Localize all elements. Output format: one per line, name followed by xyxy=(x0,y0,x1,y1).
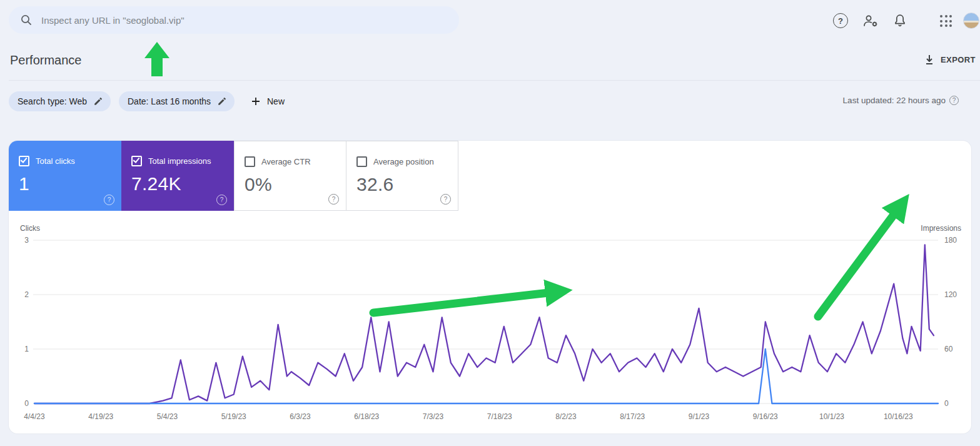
search-type-chip-label: Search type: Web xyxy=(18,96,87,106)
help-icon[interactable]: ? xyxy=(833,13,848,28)
svg-text:9/1/23: 9/1/23 xyxy=(689,412,710,421)
checkbox-checked-icon[interactable] xyxy=(19,156,29,166)
performance-chart[interactable]: 3180212016000ClicksImpressions4/4/234/19… xyxy=(9,222,971,432)
svg-text:180: 180 xyxy=(944,236,957,245)
checkbox-unchecked-icon[interactable] xyxy=(245,156,255,167)
svg-text:1: 1 xyxy=(24,345,29,353)
svg-text:Impressions: Impressions xyxy=(921,224,961,233)
help-icon[interactable]: ? xyxy=(104,195,114,205)
new-filter-label: New xyxy=(267,96,285,106)
metric-card-total-impressions[interactable]: Total impressions 7.24K ? xyxy=(121,141,234,211)
metric-value: 7.24K xyxy=(131,173,225,195)
svg-text:4/19/23: 4/19/23 xyxy=(88,412,113,421)
last-updated-text: Last updated: 22 hours ago xyxy=(843,96,946,105)
last-updated: Last updated: 22 hours ago ? xyxy=(843,96,959,105)
svg-text:10/1/23: 10/1/23 xyxy=(819,412,844,421)
metric-label: Total impressions xyxy=(148,156,211,166)
metric-label: Total clicks xyxy=(36,156,75,166)
svg-text:5/4/23: 5/4/23 xyxy=(157,412,178,421)
header-divider xyxy=(9,80,980,81)
page-title: Performance xyxy=(10,53,82,68)
svg-text:8/2/23: 8/2/23 xyxy=(555,412,577,421)
edit-pencil-icon xyxy=(93,96,103,106)
help-icon[interactable]: ? xyxy=(328,194,339,205)
svg-text:7/3/23: 7/3/23 xyxy=(423,412,444,421)
svg-text:3: 3 xyxy=(24,236,29,245)
metric-card-total-clicks[interactable]: Total clicks 1 ? xyxy=(9,141,121,211)
svg-text:9/16/23: 9/16/23 xyxy=(753,412,778,421)
checkbox-checked-icon[interactable] xyxy=(131,156,142,166)
svg-text:8/17/23: 8/17/23 xyxy=(620,412,645,421)
metric-label: Average CTR xyxy=(261,157,311,166)
help-icon[interactable]: ? xyxy=(216,195,227,205)
metric-value: 32.6 xyxy=(356,174,449,195)
svg-text:0: 0 xyxy=(24,399,29,408)
new-filter-button[interactable]: New xyxy=(246,91,290,111)
metric-value: 1 xyxy=(19,173,113,195)
export-label: EXPORT xyxy=(941,55,976,64)
svg-text:4/4/23: 4/4/23 xyxy=(24,412,45,421)
search-bar-up-arrow xyxy=(144,42,169,76)
user-settings-icon[interactable] xyxy=(862,13,879,28)
svg-text:10/16/23: 10/16/23 xyxy=(884,412,913,421)
date-range-chip[interactable]: Date: Last 16 months xyxy=(119,91,235,111)
performance-panel: Total clicks 1 ? Total impressions 7.24K… xyxy=(9,141,971,433)
url-inspect-search-bar[interactable] xyxy=(9,6,459,34)
notifications-icon[interactable] xyxy=(892,13,907,28)
metric-card-average-position[interactable]: Average position 32.6 ? xyxy=(346,141,458,211)
search-icon xyxy=(20,14,33,26)
svg-text:6/18/23: 6/18/23 xyxy=(354,412,379,421)
svg-text:60: 60 xyxy=(944,345,953,353)
search-type-chip[interactable]: Search type: Web xyxy=(9,91,111,111)
svg-text:7/18/23: 7/18/23 xyxy=(487,412,512,421)
svg-text:2: 2 xyxy=(24,290,29,299)
plus-icon xyxy=(251,96,261,106)
svg-text:Clicks: Clicks xyxy=(20,224,40,233)
svg-text:5/19/23: 5/19/23 xyxy=(221,412,246,421)
user-avatar[interactable] xyxy=(963,13,979,29)
search-input[interactable] xyxy=(40,14,459,26)
svg-text:120: 120 xyxy=(944,290,957,299)
checkbox-unchecked-icon[interactable] xyxy=(356,156,367,167)
svg-text:6/3/23: 6/3/23 xyxy=(290,412,311,421)
help-icon[interactable]: ? xyxy=(949,96,959,105)
apps-grid-icon[interactable] xyxy=(940,15,952,27)
metric-value: 0% xyxy=(245,174,337,195)
clicks-impressions-line-chart: 3180212016000ClicksImpressions4/4/234/19… xyxy=(9,222,971,432)
export-button[interactable]: EXPORT xyxy=(924,54,976,65)
svg-text:0: 0 xyxy=(944,399,949,408)
help-icon[interactable]: ? xyxy=(440,194,451,205)
metric-card-average-ctr[interactable]: Average CTR 0% ? xyxy=(234,141,346,211)
metric-label: Average position xyxy=(373,157,434,166)
edit-pencil-icon xyxy=(217,96,227,106)
download-icon xyxy=(924,54,935,65)
date-range-chip-label: Date: Last 16 months xyxy=(128,96,211,106)
